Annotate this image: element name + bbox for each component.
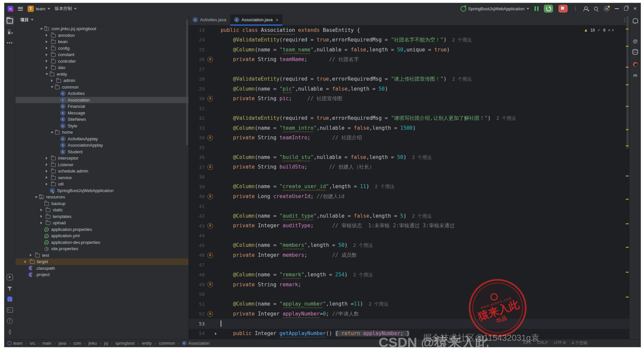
breadcrumb-item-common[interactable]: common	[159, 341, 175, 346]
tree-chevron-icon[interactable]	[46, 66, 49, 69]
main-menu-icon[interactable]	[18, 7, 23, 11]
vcs-widget[interactable]: 版本控制	[55, 6, 77, 12]
tree-chevron-icon[interactable]	[46, 176, 49, 179]
annotation-gutter-icon[interactable]: a	[206, 194, 214, 199]
tree-chevron-icon[interactable]	[51, 79, 54, 82]
code-line-30[interactable]: 30a private String pic; // 社团宣传图	[189, 94, 630, 104]
warning-stripe-mark[interactable]	[626, 29, 629, 30]
tree-chevron-icon[interactable]	[51, 86, 53, 89]
tree-chevron-icon[interactable]	[46, 163, 49, 166]
add-user-icon[interactable]	[583, 6, 588, 11]
code-view[interactable]: 19public class Association extends BaseE…	[189, 25, 630, 339]
annotation-gutter-icon[interactable]: a	[206, 282, 214, 287]
code-line-19[interactable]: 19public class Association extends BaseE…	[189, 25, 630, 35]
pause-icon[interactable]	[535, 6, 538, 11]
code-line-53[interactable]: 53	[189, 319, 630, 329]
warning-stripe-mark[interactable]	[626, 272, 629, 273]
warning-stripe-mark[interactable]	[626, 46, 629, 47]
project-tool-button[interactable]	[5, 16, 14, 25]
warning-stripe-mark[interactable]	[626, 84, 629, 85]
run-configuration-widget[interactable]: SpringBootJsjWebApplication	[461, 6, 529, 12]
code-line-42[interactable]: 42 @Column(name = "audit_type",nullable …	[189, 211, 630, 221]
tree-item-home[interactable]: home	[16, 129, 188, 136]
indent-setting[interactable]: 4 个空格	[572, 340, 588, 346]
tree-item-com.jinku.jsj.springboot[interactable]: com.jinku.jsj.springboot	[16, 26, 188, 32]
tree-item-upload[interactable]: upload	[16, 220, 188, 226]
annotation-gutter-icon[interactable]: a	[206, 223, 214, 229]
tree-item-application.yml[interactable]: application.yml	[16, 233, 188, 239]
code-line-31[interactable]: 31	[189, 104, 630, 113]
tree-item-Style[interactable]: CStyle	[16, 123, 188, 129]
tree-item-bean[interactable]: bean	[16, 38, 188, 45]
tree-chevron-icon[interactable]	[46, 34, 49, 36]
maximize-icon[interactable]	[624, 7, 628, 11]
code-line-51[interactable]: 51 @Column(name = "applay_number",length…	[189, 299, 630, 309]
annotation-gutter-icon[interactable]: a	[206, 164, 214, 170]
tree-item-backup[interactable]: backup	[16, 200, 188, 207]
services-tool-button[interactable]	[5, 273, 14, 282]
code-line-24[interactable]: 24 @ValidateEntity(required = true,error…	[189, 35, 630, 45]
tree-chevron-icon[interactable]	[46, 170, 49, 173]
tree-item-site.properties[interactable]: site.properties	[16, 246, 188, 252]
code-line-36[interactable]: 36 @Column(name = "build_stu",nullable =…	[189, 153, 630, 163]
tree-item-target[interactable]: target	[16, 258, 188, 265]
breadcrumb-item-com[interactable]: com	[73, 341, 81, 346]
fold-chevron-icon[interactable]	[214, 332, 219, 335]
annotation-gutter-icon[interactable]: a	[206, 311, 214, 317]
minimize-icon[interactable]	[615, 8, 619, 9]
code-line-43[interactable]: 43a private Integer auditType; // 审核状态 1…	[189, 221, 630, 231]
more-tool-windows-button[interactable]: •••	[5, 38, 14, 47]
code-line-29[interactable]: 29 @Column(name = "pic",nullable = false…	[189, 84, 630, 94]
code-line-45[interactable]: 45 @Column(name = "members",length = 50)…	[189, 241, 630, 250]
bean-tool-button[interactable]	[631, 60, 640, 69]
annotation-gutter-icon[interactable]: a	[206, 135, 214, 141]
code-line-46[interactable]: 46a private Integer members; // 成员数	[189, 250, 630, 260]
annotation-gutter-icon[interactable]: a	[206, 96, 214, 102]
annotation-gutter-icon[interactable]: a	[206, 252, 214, 258]
tree-item-util[interactable]: util	[16, 181, 188, 187]
code-line-35[interactable]: 35	[189, 143, 630, 153]
tree-chevron-icon[interactable]	[46, 183, 49, 185]
code-line-37[interactable]: 37a private String buildStu; // 创建人（社长）	[189, 162, 630, 172]
tree-chevron-icon[interactable]	[46, 53, 49, 56]
search-icon[interactable]	[594, 6, 599, 11]
tree-chevron-icon[interactable]	[40, 209, 43, 211]
tree-chevron-icon[interactable]	[46, 60, 49, 62]
tree-item-templates[interactable]: templates	[16, 213, 188, 220]
code-line-34[interactable]: 34a private String teamIntro; // 社团介绍	[189, 133, 630, 143]
rerun-button[interactable]	[544, 5, 553, 13]
tree-item-controller[interactable]: controller	[16, 58, 188, 65]
code-line-27[interactable]: 27	[189, 64, 630, 74]
tree-item-.project[interactable]: .project	[16, 271, 188, 278]
warning-stripe-mark[interactable]	[626, 223, 629, 224]
terminal-tool-button[interactable]	[5, 306, 14, 315]
project-panel-header[interactable]: 项目	[16, 14, 188, 26]
tree-item-SpringBootJsjWebApplication[interactable]: CSpringBootJsjWebApplication	[16, 187, 188, 194]
tree-chevron-icon[interactable]	[46, 40, 49, 43]
plugin-tool-button[interactable]	[5, 295, 14, 304]
tree-item-Activities[interactable]: CActivities	[16, 90, 188, 97]
inspection-nav-icons[interactable]: ∧∨	[608, 28, 615, 32]
warning-stripe-mark[interactable]	[626, 176, 629, 176]
tree-chevron-icon[interactable]	[40, 215, 43, 218]
structure-tool-button[interactable]	[5, 27, 14, 36]
tab-Activities.java[interactable]: CActivities.java	[189, 14, 230, 25]
tree-item-constant[interactable]: constant	[16, 51, 188, 58]
stop-button[interactable]	[558, 5, 568, 13]
code-line-41[interactable]: 41	[189, 201, 630, 211]
warning-stripe-mark[interactable]	[626, 247, 629, 248]
inspection-widget[interactable]: ▲ 18 ✓ 6 ∧∨	[584, 28, 615, 33]
breadcrumb-item-Association[interactable]: CAssociation	[182, 341, 210, 346]
code-line-26[interactable]: 26a private String teamName; // 社团名字	[189, 55, 630, 65]
tree-item-admin[interactable]: admin	[16, 77, 188, 84]
tree-chevron-icon[interactable]	[40, 28, 43, 31]
project-widget[interactable]: T team	[28, 6, 50, 12]
breadcrumb-item-entity[interactable]: entity	[142, 341, 152, 346]
settings-gear-icon[interactable]	[604, 6, 609, 12]
tree-item-SiteNews[interactable]: CSiteNews	[16, 116, 188, 123]
commit-tool-button[interactable]	[5, 327, 14, 336]
tree-chevron-icon[interactable]	[46, 157, 49, 160]
more-actions-icon[interactable]: ⋮	[573, 6, 578, 12]
code-line-33[interactable]: 33 @Column(name = "team_intro",nullable …	[189, 123, 630, 133]
tree-item-annotion[interactable]: annotion	[16, 32, 188, 39]
